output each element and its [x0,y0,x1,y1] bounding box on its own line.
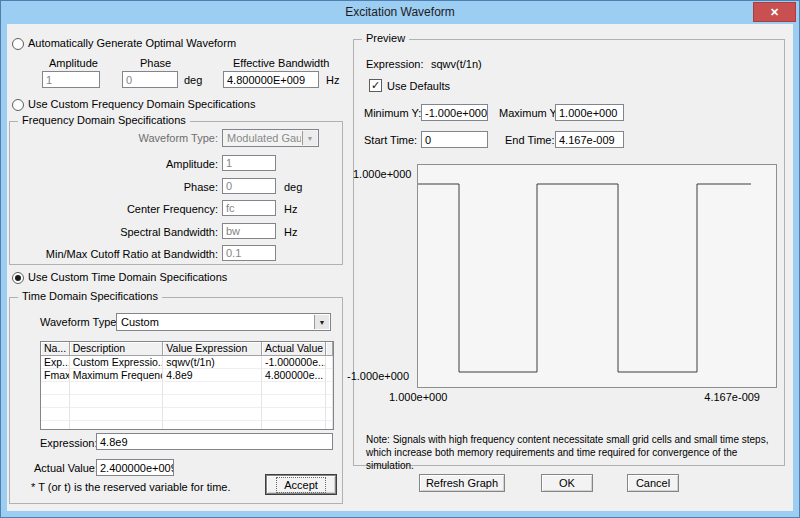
radio-time-domain-label[interactable]: Use Custom Time Domain Specifications [28,271,227,283]
square-wave-graph [418,165,776,387]
spectral-bandwidth-label: Spectral Bandwidth: [31,226,218,238]
start-time-input[interactable]: 0 [421,131,488,148]
window-title: Excitation Waveform [1,1,799,24]
cutoff-ratio-label: Min/Max Cutoff Ratio at Bandwidth: [31,248,218,260]
preview-group-title: Preview [362,32,409,44]
maximum-y-input[interactable]: 1.000e+000 [555,104,624,121]
table-row[interactable]: Exp... Custom Expressio... sqwv(t/1n) -1… [41,356,333,369]
actual-value-label: Actual Value: [34,462,98,474]
col-header-description[interactable]: Description [70,342,164,356]
actual-value-field: 2.400000e+009 [96,459,174,476]
use-defaults-checkbox[interactable]: ✓ [369,79,382,92]
chevron-down-icon[interactable]: ▼ [314,315,329,329]
preview-expression-value: sqwv(t/1n) [431,58,482,70]
freq-phase-label: Phase: [31,181,218,193]
table-empty-row [41,382,333,395]
table-header-row: Na... Description Value Expression Actua… [41,342,333,356]
minimum-y-input[interactable]: -1.000e+000 [421,104,488,121]
cutoff-ratio-field: 0.1 [222,245,276,261]
chevron-down-icon: ▼ [302,131,317,145]
spectral-bandwidth-unit: Hz [284,226,297,238]
time-waveform-type-label: Waveform Type: [40,316,119,328]
table-empty-row [41,421,333,430]
graph-y-max-label: 1.000e+000 [353,168,405,180]
title-bar: Excitation Waveform ✕ [1,1,799,24]
refresh-graph-button[interactable]: Refresh Graph [419,474,505,492]
amplitude-header-label: Amplitude [49,57,98,69]
radio-auto-generate-label[interactable]: Automatically Generate Optimal Waveform [28,37,236,49]
parameters-table: Na... Description Value Expression Actua… [40,341,334,430]
time-domain-group-title: Time Domain Specifications [18,290,162,302]
end-time-input[interactable]: 4.167e-009 [555,131,624,148]
table-row[interactable]: Fmax Maximum Frequency 4.8e9 4.800000e..… [41,369,333,382]
effective-bandwidth-unit: Hz [326,74,339,86]
cancel-button[interactable]: Cancel [627,474,679,492]
end-time-label: End Time: [505,134,555,146]
center-frequency-unit: Hz [284,203,297,215]
spectral-bandwidth-field: bw [222,223,276,239]
graph-y-min-label: -1.000e+000 [347,370,405,382]
accept-button[interactable]: Accept [266,475,336,494]
radio-freq-domain[interactable] [12,99,24,111]
start-time-label: Start Time: [364,134,417,146]
freq-phase-unit: deg [284,181,302,193]
freq-amplitude-field: 1 [222,155,276,171]
effective-bandwidth-field[interactable]: 4.800000E+009 [223,71,319,88]
expression-label: Expression: [40,437,97,449]
expression-input[interactable]: 4.8e9 [96,433,333,450]
table-empty-row [41,395,333,408]
phase-header-label: Phase [140,57,171,69]
radio-auto-generate[interactable] [12,38,24,50]
frequency-domain-group-title: Frequency Domain Specifications [18,114,190,126]
excitation-waveform-dialog: Excitation Waveform ✕ Automatically Gene… [0,0,800,518]
auto-amplitude-field: 1 [42,71,100,88]
auto-phase-field: 0 [122,71,178,88]
center-frequency-label: Center Frequency: [31,203,218,215]
preview-expression-label: Expression: [366,58,423,70]
freq-waveform-type-combo: Modulated Gaussian ▼ [222,129,319,147]
preview-note: Note: Signals with high frequency conten… [366,433,778,472]
check-icon: ✓ [371,79,380,91]
radio-time-domain[interactable] [12,272,24,284]
graph-x-right-label: 4.167e-009 [704,391,760,403]
col-header-value-expression[interactable]: Value Expression [163,342,262,356]
use-defaults-label[interactable]: Use Defaults [387,80,450,92]
minimum-y-label: Minimum Y: [364,107,421,119]
col-header-name[interactable]: Na... [41,342,70,356]
col-header-filler [326,342,333,356]
close-icon: ✕ [770,6,779,19]
auto-phase-unit: deg [184,74,202,86]
graph-x-left-label: 1.000e+000 [389,391,447,403]
center-frequency-field: fc [222,200,276,216]
ok-button[interactable]: OK [541,474,593,492]
close-button[interactable]: ✕ [753,2,796,22]
waveform-type-label: Waveform Type: [31,132,218,144]
time-waveform-type-combo[interactable]: Custom ▼ [116,313,331,331]
time-footnote: * T (or t) is the reserved variable for … [31,481,231,493]
radio-freq-domain-label[interactable]: Use Custom Frequency Domain Specificatio… [28,98,255,110]
effective-bandwidth-label: Effective Bandwidth [233,57,329,69]
freq-amplitude-label: Amplitude: [31,158,218,170]
waveform-plot [417,164,777,388]
col-header-actual-value[interactable]: Actual Value [262,342,326,356]
freq-phase-field: 0 [222,178,276,194]
table-empty-row [41,408,333,421]
maximum-y-label: Maximum Y: [499,107,559,119]
